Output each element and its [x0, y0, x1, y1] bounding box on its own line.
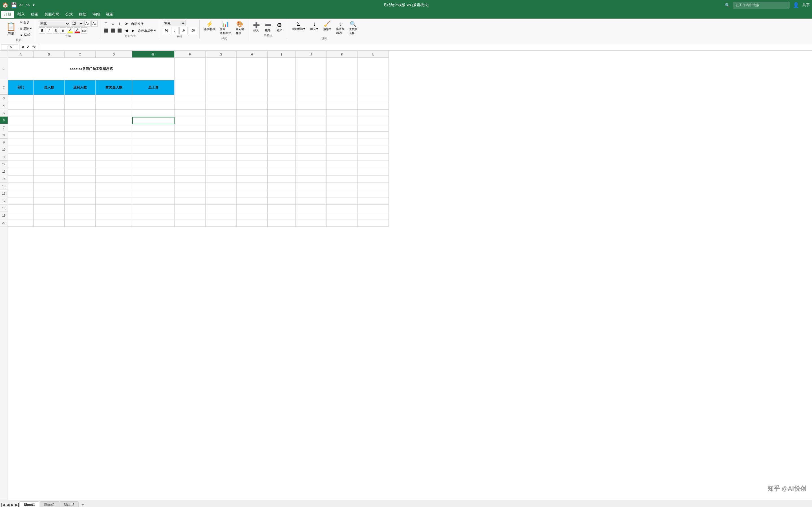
- cell-i15[interactable]: [267, 183, 296, 190]
- cell-b13[interactable]: [34, 168, 64, 175]
- cell-b5[interactable]: [34, 110, 64, 117]
- cell-j1[interactable]: [296, 58, 327, 80]
- cell-f16[interactable]: [174, 190, 206, 198]
- cell-i17[interactable]: [267, 198, 296, 205]
- save-icon[interactable]: 💾: [11, 2, 17, 8]
- cancel-formula-icon[interactable]: ✕: [20, 45, 26, 49]
- cell-a13[interactable]: [8, 168, 34, 175]
- right-align-button[interactable]: ⬛: [116, 27, 123, 34]
- cell-c5[interactable]: [64, 110, 96, 117]
- cell-f9[interactable]: [174, 139, 206, 146]
- cell-g10[interactable]: [206, 146, 237, 154]
- cell-h13[interactable]: [237, 168, 267, 175]
- cell-i5[interactable]: [267, 110, 296, 117]
- cell-e15[interactable]: [132, 183, 174, 190]
- cell-j13[interactable]: [296, 168, 327, 175]
- cell-e10[interactable]: [132, 146, 174, 154]
- cell-b14[interactable]: [34, 175, 64, 183]
- center-align-button[interactable]: ⬛: [110, 27, 116, 34]
- left-align-button[interactable]: ⬛: [103, 27, 109, 34]
- col-header-h[interactable]: H: [237, 51, 267, 58]
- cell-e9[interactable]: [132, 139, 174, 146]
- col-header-d[interactable]: D: [96, 51, 132, 58]
- header-cell-total[interactable]: 总人数: [34, 80, 64, 95]
- cell-j19[interactable]: [296, 212, 327, 219]
- col-header-g[interactable]: G: [206, 51, 237, 58]
- cell-l4[interactable]: [358, 102, 389, 110]
- col-header-f[interactable]: F: [174, 51, 206, 58]
- cell-b16[interactable]: [34, 190, 64, 198]
- cell-a8[interactable]: [8, 131, 34, 139]
- top-align-button[interactable]: ⊤: [103, 20, 109, 27]
- cell-k5[interactable]: [327, 110, 358, 117]
- cell-d10[interactable]: [96, 146, 132, 154]
- fill-button[interactable]: ↓ 填充▼: [308, 20, 320, 36]
- menu-item-pagelayout[interactable]: 页面布局: [42, 11, 62, 18]
- font-size-select[interactable]: 12: [71, 20, 84, 27]
- cell-g18[interactable]: [206, 205, 237, 212]
- cell-f11[interactable]: [174, 154, 206, 161]
- cell-c3[interactable]: [64, 95, 96, 102]
- cell-k11[interactable]: [327, 154, 358, 161]
- user-avatar[interactable]: 👤: [793, 2, 799, 8]
- decimal-dec-button[interactable]: .00: [189, 27, 197, 34]
- cell-f20[interactable]: [174, 219, 206, 227]
- cell-l17[interactable]: [358, 198, 389, 205]
- cell-l9[interactable]: [358, 139, 389, 146]
- cell-e20[interactable]: [132, 219, 174, 227]
- cell-d20[interactable]: [96, 219, 132, 227]
- menu-item-review[interactable]: 审阅: [90, 11, 103, 18]
- cell-k4[interactable]: [327, 102, 358, 110]
- cell-l11[interactable]: [358, 154, 389, 161]
- cell-l5[interactable]: [358, 110, 389, 117]
- orient-button[interactable]: ⟳: [123, 20, 130, 27]
- cell-f18[interactable]: [174, 205, 206, 212]
- cell-f19[interactable]: [174, 212, 206, 219]
- cell-h20[interactable]: [237, 219, 267, 227]
- cell-a3[interactable]: [8, 95, 34, 102]
- cell-f5[interactable]: [174, 110, 206, 117]
- cell-c13[interactable]: [64, 168, 96, 175]
- cell-e7[interactable]: [132, 124, 174, 131]
- cell-g7[interactable]: [206, 124, 237, 131]
- cell-j18[interactable]: [296, 205, 327, 212]
- cell-j2[interactable]: [296, 80, 327, 95]
- cell-c17[interactable]: [64, 198, 96, 205]
- cell-g2[interactable]: [206, 80, 237, 95]
- cell-b11[interactable]: [34, 154, 64, 161]
- cell-j16[interactable]: [296, 190, 327, 198]
- cell-b6[interactable]: [34, 117, 64, 124]
- cell-f6[interactable]: [174, 117, 206, 124]
- cell-h9[interactable]: [237, 139, 267, 146]
- cell-h3[interactable]: [237, 95, 267, 102]
- font-size-decrease-button[interactable]: A↓: [91, 20, 98, 27]
- cell-i10[interactable]: [267, 146, 296, 154]
- cell-d13[interactable]: [96, 168, 132, 175]
- col-header-k[interactable]: K: [327, 51, 358, 58]
- confirm-formula-icon[interactable]: ✓: [26, 45, 31, 49]
- cell-b20[interactable]: [34, 219, 64, 227]
- cell-h2[interactable]: [237, 80, 267, 95]
- cell-c16[interactable]: [64, 190, 96, 198]
- menu-item-draw[interactable]: 绘图: [28, 11, 41, 18]
- percent-button[interactable]: %: [163, 27, 170, 34]
- cell-i6[interactable]: [267, 117, 296, 124]
- bottom-align-button[interactable]: ⊥: [116, 20, 123, 27]
- cell-c11[interactable]: [64, 154, 96, 161]
- cell-a15[interactable]: [8, 183, 34, 190]
- cell-d5[interactable]: [96, 110, 132, 117]
- cell-l7[interactable]: [358, 124, 389, 131]
- cell-g14[interactable]: [206, 175, 237, 183]
- clear-button[interactable]: 🧹 清除▼: [321, 20, 333, 36]
- cell-b7[interactable]: [34, 124, 64, 131]
- cell-l13[interactable]: [358, 168, 389, 175]
- cell-g6[interactable]: [206, 117, 237, 124]
- cell-h7[interactable]: [237, 124, 267, 131]
- cell-k20[interactable]: [327, 219, 358, 227]
- header-cell-salary[interactable]: 总工资: [132, 80, 174, 95]
- col-header-l[interactable]: L: [358, 51, 389, 58]
- cell-f3[interactable]: [174, 95, 206, 102]
- cell-e4[interactable]: [132, 102, 174, 110]
- cell-l2[interactable]: [358, 80, 389, 95]
- cell-j8[interactable]: [296, 131, 327, 139]
